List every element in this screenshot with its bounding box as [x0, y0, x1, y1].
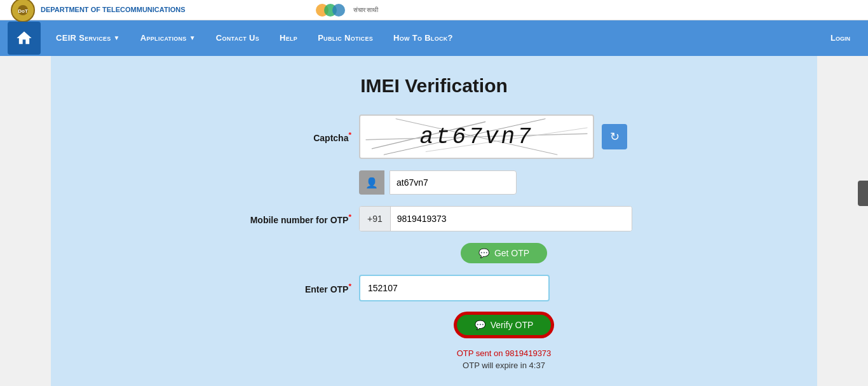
home-icon: [15, 29, 33, 47]
mobile-input-group: +91: [359, 206, 632, 231]
nav-how-to-block[interactable]: How to Block?: [383, 20, 463, 56]
login-button[interactable]: Login: [820, 20, 860, 56]
captcha-display-text: at67vn7: [419, 124, 533, 150]
otp-label: Enter OTP*: [212, 282, 351, 294]
captcha-input[interactable]: [390, 170, 517, 195]
get-otp-row: 💬 Get OTP: [212, 243, 656, 263]
svg-point-6: [332, 4, 345, 17]
enter-otp-row: Enter OTP*: [212, 275, 656, 301]
captcha-user-icon-box: 👤: [359, 170, 384, 195]
svg-text:DoT: DoT: [18, 8, 28, 14]
verify-otp-button[interactable]: 💬 Verify OTP: [455, 313, 553, 337]
ceir-services-arrow: ▼: [114, 20, 120, 56]
top-bar: DoT DEPARTMENT OF TELECOMMUNICATIONS संच…: [0, 0, 868, 20]
otp-expire-text: OTP will expire in 4:37: [463, 361, 545, 370]
chat-icon: 💬: [478, 248, 489, 258]
navbar: CEIR Services ▼ Applications ▼ Contact U…: [0, 20, 868, 56]
page-title: IMEI Verification: [64, 75, 804, 97]
sanchar-saathi-icon: [313, 1, 351, 19]
otp-input[interactable]: [359, 275, 550, 301]
nav-contact-us[interactable]: Contact Us: [206, 20, 269, 56]
captcha-image-row: Captcha* at67vn7 ↻: [212, 114, 656, 159]
captcha-input-row: 👤: [212, 170, 656, 195]
sanchar-saathi-logo: संचार साथी: [313, 1, 379, 19]
sanchar-saathi-text: संचार साथी: [353, 6, 379, 14]
applications-arrow: ▼: [189, 20, 196, 56]
user-icon: 👤: [365, 177, 378, 189]
header-title: DEPARTMENT OF TELECOMMUNICATIONS: [41, 5, 186, 14]
home-button[interactable]: [8, 22, 41, 55]
captcha-refresh-button[interactable]: ↻: [602, 124, 627, 149]
header-logos: DoT DEPARTMENT OF TELECOMMUNICATIONS: [10, 0, 186, 23]
nav-help[interactable]: Help: [269, 20, 308, 56]
nav-applications[interactable]: Applications ▼: [130, 20, 206, 56]
mobile-label: Mobile number for OTP*: [212, 212, 351, 225]
dot-emblem: DoT: [10, 0, 36, 23]
nav-ceir-services[interactable]: CEIR Services ▼: [46, 20, 130, 56]
mobile-number-row: Mobile number for OTP* +91: [212, 206, 656, 231]
verify-otp-row: 💬 Verify OTP: [212, 313, 656, 337]
form-container: Captcha* at67vn7 ↻ 👤: [64, 114, 804, 370]
refresh-icon: ↻: [610, 130, 620, 144]
otp-sent-text: OTP sent on 9819419373: [457, 348, 552, 358]
verify-chat-icon: 💬: [475, 320, 485, 330]
otp-status-row: OTP sent on 9819419373 OTP will expire i…: [212, 348, 656, 370]
captcha-image-box: at67vn7: [359, 114, 594, 159]
mobile-prefix: +91: [360, 207, 391, 231]
main-content: IMEI Verification Captcha* at67vn7 ↻: [51, 56, 817, 386]
captcha-label: Captcha*: [212, 130, 351, 143]
right-edge-tab[interactable]: [858, 181, 868, 206]
get-otp-button[interactable]: 💬 Get OTP: [461, 243, 547, 263]
nav-public-notices[interactable]: Public Notices: [308, 20, 383, 56]
mobile-input[interactable]: [391, 207, 632, 231]
